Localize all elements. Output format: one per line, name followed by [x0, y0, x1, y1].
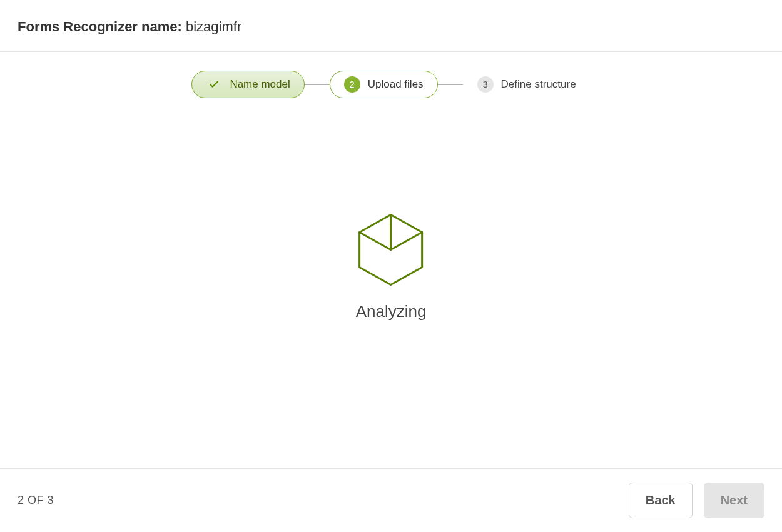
step-label: Upload files — [368, 78, 424, 91]
analyzing-label: Analyzing — [356, 301, 427, 321]
step-connector — [305, 84, 330, 85]
header-name-value: bizagimfr — [186, 19, 241, 34]
step-define-structure[interactable]: 3 Define structure — [463, 71, 591, 98]
step-number-badge: 2 — [344, 76, 360, 93]
step-upload-files[interactable]: 2 Upload files — [330, 71, 438, 98]
step-number-badge: 3 — [477, 76, 494, 93]
step-connector — [438, 84, 463, 85]
page-indicator: 2 OF 3 — [18, 494, 54, 507]
wizard-footer: 2 OF 3 Back Next — [0, 468, 782, 532]
footer-buttons: Back Next — [629, 483, 764, 518]
wizard-stepper: Name model 2 Upload files 3 Define struc… — [0, 52, 782, 98]
step-name-model[interactable]: Name model — [191, 71, 304, 98]
page-title: Forms Recognizer name: bizagimfr — [0, 0, 782, 52]
back-button[interactable]: Back — [629, 483, 693, 518]
next-button[interactable]: Next — [704, 483, 764, 518]
header-label: Forms Recognizer name: — [18, 19, 182, 34]
checkmark-icon — [206, 76, 222, 93]
step-label: Define structure — [501, 78, 576, 91]
cube-outline-icon — [357, 211, 425, 286]
analyzing-status: Analyzing — [356, 211, 427, 321]
step-label: Name model — [230, 78, 290, 91]
